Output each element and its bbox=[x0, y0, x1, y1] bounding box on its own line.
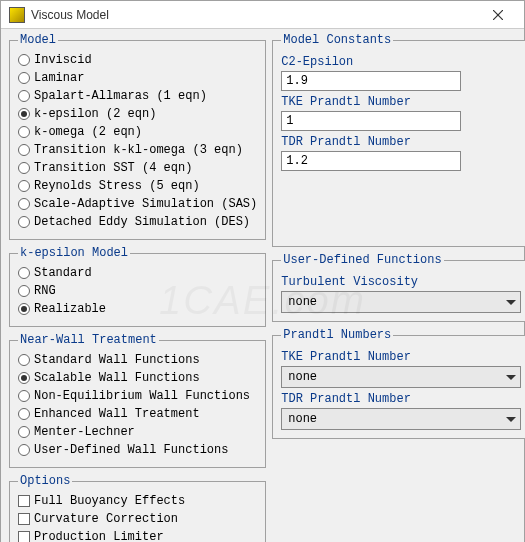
radio-icon bbox=[18, 162, 30, 174]
model-group: Model Inviscid Laminar Spalart-Allmaras … bbox=[9, 33, 266, 240]
keps-opt-standard[interactable]: Standard bbox=[18, 264, 257, 282]
opt-full-buoyancy[interactable]: Full Buoyancy Effects bbox=[18, 492, 257, 510]
radio-icon bbox=[18, 216, 30, 228]
c2-epsilon-input[interactable] bbox=[281, 71, 461, 91]
checkbox-icon bbox=[18, 495, 30, 507]
radio-icon bbox=[18, 108, 30, 120]
nwt-opt-standard[interactable]: Standard Wall Functions bbox=[18, 351, 257, 369]
nwt-opt-enhanced[interactable]: Enhanced Wall Treatment bbox=[18, 405, 257, 423]
pn-tdr-value: none bbox=[288, 412, 317, 426]
options-legend: Options bbox=[18, 474, 72, 488]
radio-icon bbox=[18, 390, 30, 402]
model-opt-spalart[interactable]: Spalart-Allmaras (1 eqn) bbox=[18, 87, 257, 105]
tke-prandtl-input[interactable] bbox=[281, 111, 461, 131]
opt-curvature-correction[interactable]: Curvature Correction bbox=[18, 510, 257, 528]
nwt-opt-scalable[interactable]: Scalable Wall Functions bbox=[18, 369, 257, 387]
model-opt-des[interactable]: Detached Eddy Simulation (DES) bbox=[18, 213, 257, 231]
pn-tdr-label: TDR Prandtl Number bbox=[281, 392, 521, 406]
right-column: Model Constants C2-Epsilon TKE Prandtl N… bbox=[272, 33, 525, 542]
turb-viscosity-value: none bbox=[288, 295, 317, 309]
model-opt-komega[interactable]: k-omega (2 eqn) bbox=[18, 123, 257, 141]
nwt-group: Near-Wall Treatment Standard Wall Functi… bbox=[9, 333, 266, 468]
model-opt-kepsilon[interactable]: k-epsilon (2 eqn) bbox=[18, 105, 257, 123]
radio-icon bbox=[18, 444, 30, 456]
pn-tdr-combo[interactable]: none bbox=[281, 408, 521, 430]
window-title: Viscous Model bbox=[31, 8, 476, 22]
radio-icon bbox=[18, 426, 30, 438]
udf-legend: User-Defined Functions bbox=[281, 253, 443, 267]
radio-icon bbox=[18, 72, 30, 84]
keps-opt-rng[interactable]: RNG bbox=[18, 282, 257, 300]
keps-opt-realizable[interactable]: Realizable bbox=[18, 300, 257, 318]
close-button[interactable] bbox=[476, 3, 520, 27]
nwt-opt-nonequilibrium[interactable]: Non-Equilibrium Wall Functions bbox=[18, 387, 257, 405]
chevron-down-icon bbox=[506, 375, 516, 380]
keps-legend: k-epsilon Model bbox=[18, 246, 130, 260]
radio-icon bbox=[18, 285, 30, 297]
c2-epsilon-label: C2-Epsilon bbox=[281, 55, 521, 69]
app-icon bbox=[9, 7, 25, 23]
tke-prandtl-label: TKE Prandtl Number bbox=[281, 95, 521, 109]
turb-viscosity-label: Turbulent Viscosity bbox=[281, 275, 521, 289]
radio-icon bbox=[18, 126, 30, 138]
radio-icon bbox=[18, 303, 30, 315]
model-opt-laminar[interactable]: Laminar bbox=[18, 69, 257, 87]
radio-icon bbox=[18, 90, 30, 102]
radio-icon bbox=[18, 408, 30, 420]
opt-production-limiter[interactable]: Production Limiter bbox=[18, 528, 257, 542]
chevron-down-icon bbox=[506, 417, 516, 422]
model-opt-transition-sst[interactable]: Transition SST (4 eqn) bbox=[18, 159, 257, 177]
radio-icon bbox=[18, 267, 30, 279]
keps-group: k-epsilon Model Standard RNG Realizable bbox=[9, 246, 266, 327]
client-area: 1CAE.com Model Inviscid Laminar Spalart-… bbox=[1, 29, 524, 542]
close-icon bbox=[493, 10, 503, 20]
prandtl-numbers-group: Prandtl Numbers TKE Prandtl Number none … bbox=[272, 328, 525, 439]
pn-tke-value: none bbox=[288, 370, 317, 384]
model-opt-reynolds-stress[interactable]: Reynolds Stress (5 eqn) bbox=[18, 177, 257, 195]
options-group: Options Full Buoyancy Effects Curvature … bbox=[9, 474, 266, 542]
radio-icon bbox=[18, 180, 30, 192]
prandtl-numbers-legend: Prandtl Numbers bbox=[281, 328, 393, 342]
model-constants-group: Model Constants C2-Epsilon TKE Prandtl N… bbox=[272, 33, 525, 247]
checkbox-icon bbox=[18, 513, 30, 525]
pn-tke-label: TKE Prandtl Number bbox=[281, 350, 521, 364]
udf-group: User-Defined Functions Turbulent Viscosi… bbox=[272, 253, 525, 322]
radio-icon bbox=[18, 354, 30, 366]
model-opt-inviscid[interactable]: Inviscid bbox=[18, 51, 257, 69]
nwt-opt-menter-lechner[interactable]: Menter-Lechner bbox=[18, 423, 257, 441]
nwt-opt-user-defined[interactable]: User-Defined Wall Functions bbox=[18, 441, 257, 459]
pn-tke-combo[interactable]: none bbox=[281, 366, 521, 388]
checkbox-icon bbox=[18, 531, 30, 542]
radio-icon bbox=[18, 144, 30, 156]
turb-viscosity-combo[interactable]: none bbox=[281, 291, 521, 313]
model-opt-sas[interactable]: Scale-Adaptive Simulation (SAS) bbox=[18, 195, 257, 213]
tdr-prandtl-label: TDR Prandtl Number bbox=[281, 135, 521, 149]
tdr-prandtl-input[interactable] bbox=[281, 151, 461, 171]
model-legend: Model bbox=[18, 33, 58, 47]
radio-icon bbox=[18, 54, 30, 66]
nwt-legend: Near-Wall Treatment bbox=[18, 333, 159, 347]
model-constants-legend: Model Constants bbox=[281, 33, 393, 47]
chevron-down-icon bbox=[506, 300, 516, 305]
model-opt-transition-kklomega[interactable]: Transition k-kl-omega (3 eqn) bbox=[18, 141, 257, 159]
titlebar: Viscous Model bbox=[1, 1, 524, 29]
viscous-model-dialog: Viscous Model 1CAE.com Model Inviscid La… bbox=[0, 0, 525, 542]
left-column: Model Inviscid Laminar Spalart-Allmaras … bbox=[9, 33, 266, 542]
radio-icon bbox=[18, 198, 30, 210]
radio-icon bbox=[18, 372, 30, 384]
